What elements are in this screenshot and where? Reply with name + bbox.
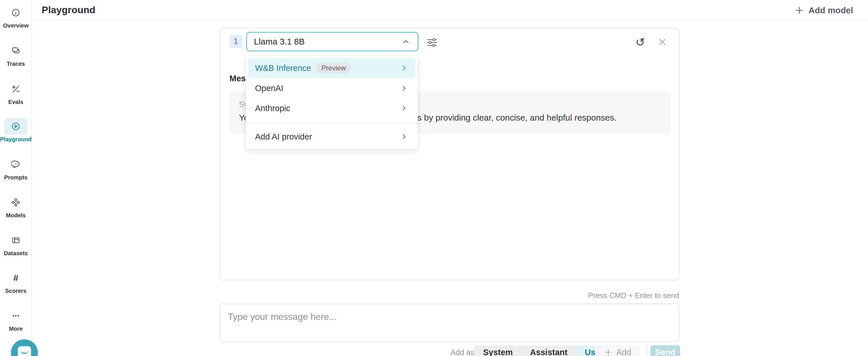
sidebar-item-overview[interactable]: Overview [0, 4, 32, 29]
provider-dropdown-menu: W&B Inference Preview OpenAI Anthropic A… [246, 56, 418, 149]
menu-item-label: Anthropic [255, 104, 290, 113]
message-input[interactable] [220, 303, 679, 342]
sidebar-item-label: Models [6, 212, 26, 219]
chevron-up-icon [401, 37, 411, 46]
sidebar-item-datasets[interactable]: Datasets [0, 232, 32, 256]
add-model-label: Add model [809, 5, 853, 15]
add-as-label: Add as [451, 348, 474, 356]
sidebar-item-label: Overview [3, 22, 29, 29]
menu-item-add-ai-provider[interactable]: Add AI provider [248, 127, 415, 147]
menu-item-anthropic[interactable]: Anthropic [248, 98, 415, 118]
sidebar-item-scorers[interactable]: # Scorers [0, 269, 32, 294]
sidebar-item-models[interactable]: Models [0, 194, 32, 219]
sidebar-item-label: Datasets [4, 250, 28, 256]
sidebar: Overview Traces Evals Playground Prompts [0, 0, 32, 356]
hash-icon: # [4, 269, 28, 286]
plus-icon [795, 6, 804, 15]
traces-icon [4, 42, 28, 59]
sidebar-item-label: Prompts [4, 174, 27, 181]
chevron-right-icon [400, 84, 408, 92]
page-title: Playground [42, 4, 95, 15]
preview-badge: Preview [316, 63, 351, 73]
add-message-button[interactable]: Add [595, 345, 641, 356]
chevron-right-icon [400, 64, 408, 72]
send-shortcut-hint: Press CMD + Enter to send [588, 291, 679, 300]
top-header: Playground Add model [32, 0, 868, 21]
prompts-icon [4, 156, 28, 173]
composer-divider [646, 346, 647, 356]
info-icon [4, 4, 28, 21]
add-message-label: Add [616, 348, 631, 356]
playground-page: Overview Traces Evals Playground Prompts [0, 0, 868, 356]
menu-item-label: Add AI provider [255, 132, 312, 141]
sidebar-item-more[interactable]: More [0, 308, 32, 332]
sidebar-item-label: Scorers [5, 288, 27, 294]
sidebar-item-evals[interactable]: Evals [0, 81, 32, 105]
sliders-icon [426, 36, 438, 48]
model-select[interactable]: Llama 3.1 8B [246, 32, 418, 52]
role-segmented-control: System Assistant User [474, 345, 612, 356]
model-select-value: Llama 3.1 8B [254, 37, 305, 46]
chat-smile-icon [18, 346, 31, 356]
sidebar-item-prompts[interactable]: Prompts [0, 156, 32, 181]
more-dots-icon [4, 308, 28, 324]
close-icon: ✕ [658, 36, 667, 48]
send-button[interactable]: Send [650, 345, 680, 356]
sidebar-item-label: Evals [8, 99, 23, 105]
models-icon [4, 194, 28, 211]
model-index-badge: 1 [229, 35, 242, 48]
menu-item-label: W&B Inference [255, 63, 311, 73]
menu-item-openai[interactable]: OpenAI [248, 78, 415, 98]
datasets-icon [4, 232, 28, 249]
role-option-assistant[interactable]: Assistant [521, 345, 576, 356]
model-settings-button[interactable] [426, 36, 439, 49]
reset-chat-button[interactable]: ↺ [633, 35, 647, 49]
plus-icon [604, 348, 612, 356]
close-model-button[interactable]: ✕ [655, 35, 669, 49]
sidebar-item-playground[interactable]: Playground [0, 118, 32, 142]
menu-divider [246, 122, 417, 123]
chevron-right-icon [400, 132, 408, 141]
evals-icon [4, 81, 28, 97]
sidebar-item-traces[interactable]: Traces [0, 42, 32, 67]
menu-item-label: OpenAI [255, 84, 283, 93]
role-option-system[interactable]: System [474, 345, 521, 356]
playground-icon [4, 118, 28, 135]
sidebar-item-label: Traces [7, 61, 25, 67]
reset-icon: ↺ [636, 36, 645, 49]
chevron-right-icon [400, 104, 408, 112]
menu-item-wb-inference[interactable]: W&B Inference Preview [248, 58, 415, 78]
sidebar-item-label: Playground [0, 136, 32, 142]
add-model-button[interactable]: Add model [795, 4, 853, 17]
sidebar-item-label: More [9, 326, 23, 332]
